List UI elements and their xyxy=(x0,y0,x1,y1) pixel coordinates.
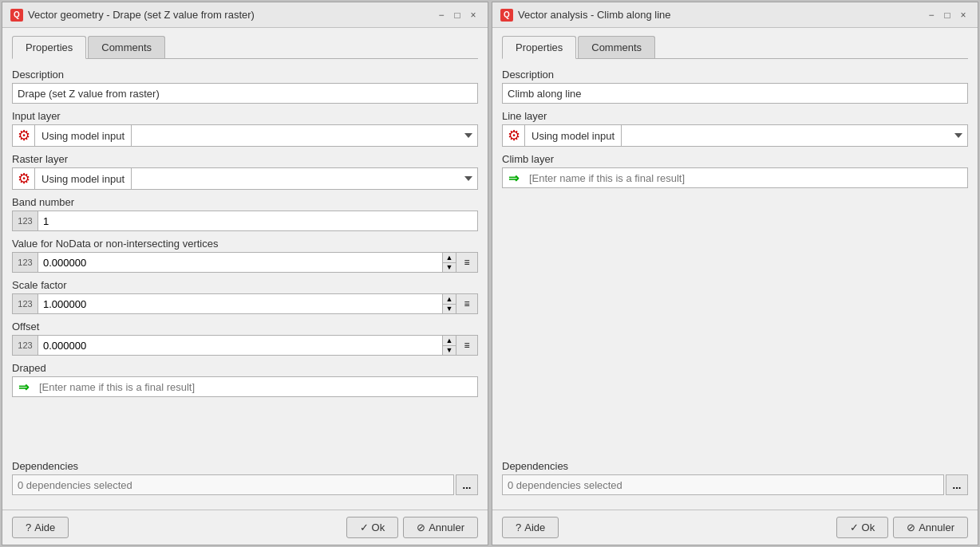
raster-layer-row-drape: ⚙ Using model input xyxy=(12,167,478,190)
nodata-spin-up-drape[interactable]: ▲ xyxy=(443,253,456,263)
line-layer-field-climb: Line layer ⚙ Using model input xyxy=(502,110,968,147)
check-icon-climb: ✓ xyxy=(850,521,859,533)
band-number-row-drape: 123 xyxy=(12,211,478,231)
band-number-label-drape: Band number xyxy=(12,196,478,208)
offset-stack-btn-drape[interactable]: ≡ xyxy=(456,335,478,356)
gear-icon-line-climb: ⚙ xyxy=(508,127,520,144)
nodata-prefix-drape: 123 xyxy=(12,252,38,273)
nodata-row-drape: 123 ▲ ▼ ≡ xyxy=(12,252,478,273)
tab-bar-climb: Properties Comments xyxy=(502,36,968,59)
dependencies-dots-btn-climb[interactable]: ... xyxy=(946,474,968,495)
model-label-input-drape: Using model input xyxy=(34,124,131,147)
tab-properties-drape[interactable]: Properties xyxy=(12,36,86,59)
input-layer-label-drape: Input layer xyxy=(12,110,478,122)
dependencies-label-climb: Dependencies xyxy=(502,460,968,472)
scale-factor-spin-up-drape[interactable]: ▲ xyxy=(443,294,456,305)
nodata-input-drape[interactable] xyxy=(38,252,442,273)
app-icon-drape: Q xyxy=(10,9,23,22)
nodata-field-drape: Value for NoData or non-intersecting ver… xyxy=(12,238,478,273)
tab-comments-climb[interactable]: Comments xyxy=(578,36,655,58)
footer-climb: ? Aide ✓ Ok ⊘ Annuler xyxy=(492,510,978,545)
offset-input-drape[interactable] xyxy=(38,335,442,356)
scale-factor-label-drape: Scale factor xyxy=(12,279,478,291)
dependencies-input-drape[interactable] xyxy=(12,474,454,495)
minimize-button-climb[interactable]: − xyxy=(925,9,938,22)
draped-output-input-drape[interactable] xyxy=(34,376,478,397)
dialog-climb: Q Vector analysis - Climb along line − □… xyxy=(492,2,978,545)
tab-comments-drape[interactable]: Comments xyxy=(88,36,165,58)
ok-button-climb[interactable]: ✓ Ok xyxy=(836,517,889,538)
dependencies-input-climb[interactable] xyxy=(502,474,944,495)
minimize-button-drape[interactable]: − xyxy=(435,9,448,22)
offset-spin-down-drape[interactable]: ▼ xyxy=(443,346,456,356)
band-number-field-drape: Band number 123 xyxy=(12,196,478,231)
model-icon-line-climb: ⚙ xyxy=(502,124,524,147)
gear-icon-raster-drape: ⚙ xyxy=(18,170,30,187)
model-icon-input-drape: ⚙ xyxy=(12,124,34,147)
dependencies-dots-btn-drape[interactable]: ... xyxy=(456,474,478,495)
tab-properties-climb[interactable]: Properties xyxy=(502,36,576,59)
scale-factor-spin-drape: ▲ ▼ xyxy=(442,293,456,314)
description-input-climb[interactable] xyxy=(502,83,968,104)
app-icon-climb: Q xyxy=(500,9,513,22)
band-number-input-drape[interactable] xyxy=(38,211,478,231)
description-label-drape: Description xyxy=(12,69,478,81)
maximize-button-climb[interactable]: □ xyxy=(941,9,954,22)
aide-button-drape[interactable]: ? Aide xyxy=(12,517,69,538)
dependencies-label-drape: Dependencies xyxy=(12,460,478,472)
maximize-button-drape[interactable]: □ xyxy=(451,9,464,22)
description-input-drape[interactable] xyxy=(12,83,478,104)
dialog-content-climb: Properties Comments Description Line lay… xyxy=(492,28,978,510)
input-layer-field-drape: Input layer ⚙ Using model input xyxy=(12,110,478,147)
raster-layer-field-drape: Raster layer ⚙ Using model input xyxy=(12,153,478,190)
offset-prefix-drape: 123 xyxy=(12,335,38,356)
climb-output-input-climb[interactable] xyxy=(524,167,968,188)
tab-bar-drape: Properties Comments xyxy=(12,36,478,59)
model-label-raster-drape: Using model input xyxy=(34,167,131,190)
dependencies-field-drape: Dependencies ... xyxy=(12,460,478,495)
help-icon-drape: ? xyxy=(26,521,31,533)
model-icon-raster-drape: ⚙ xyxy=(12,167,34,190)
dependencies-row-drape: ... xyxy=(12,474,478,495)
offset-spin-up-drape[interactable]: ▲ xyxy=(443,336,456,346)
climb-layer-row-climb: ⇒ xyxy=(502,167,968,188)
nodata-stack-btn-drape[interactable]: ≡ xyxy=(456,252,478,273)
line-layer-dropdown-climb[interactable] xyxy=(621,124,968,147)
scale-factor-input-drape[interactable] xyxy=(38,293,442,314)
raster-layer-dropdown-drape[interactable] xyxy=(131,167,478,190)
climb-arrow-icon-climb: ⇒ xyxy=(502,167,524,188)
description-label-climb: Description xyxy=(502,69,968,81)
model-label-line-climb: Using model input xyxy=(524,124,621,147)
footer-drape: ? Aide ✓ Ok ⊘ Annuler xyxy=(2,510,488,545)
title-bar-climb: Q Vector analysis - Climb along line − □… xyxy=(492,2,978,28)
annuler-button-climb[interactable]: ⊘ Annuler xyxy=(893,517,968,538)
scale-factor-spin-down-drape[interactable]: ▼ xyxy=(443,305,456,314)
offset-label-drape: Offset xyxy=(12,321,478,333)
cancel-icon-drape: ⊘ xyxy=(417,521,425,533)
draped-row-drape: ⇒ xyxy=(12,376,478,397)
band-number-prefix-drape: 123 xyxy=(12,211,38,231)
help-icon-climb: ? xyxy=(516,521,521,533)
nodata-spin-drape: ▲ ▼ xyxy=(442,252,456,273)
dependencies-field-climb: Dependencies ... xyxy=(502,460,968,495)
scale-factor-stack-btn-drape[interactable]: ≡ xyxy=(456,293,478,314)
nodata-spin-down-drape[interactable]: ▼ xyxy=(443,263,456,273)
raster-layer-label-drape: Raster layer xyxy=(12,153,478,165)
close-button-drape[interactable]: × xyxy=(467,9,480,22)
ok-button-drape[interactable]: ✓ Ok xyxy=(346,517,399,538)
annuler-button-drape[interactable]: ⊘ Annuler xyxy=(403,517,478,538)
draped-field-drape: Draped ⇒ xyxy=(12,362,478,397)
description-field-climb: Description xyxy=(502,69,968,104)
dialog-title-climb: Vector analysis - Climb along line xyxy=(518,9,670,21)
dialog-title-drape: Vector geometry - Drape (set Z value fro… xyxy=(28,9,255,21)
offset-spin-drape: ▲ ▼ xyxy=(442,335,456,356)
draped-arrow-icon-drape: ⇒ xyxy=(12,376,34,397)
dialog-content-drape: Properties Comments Description Input la… xyxy=(2,28,488,510)
aide-button-climb[interactable]: ? Aide xyxy=(502,517,559,538)
line-layer-label-climb: Line layer xyxy=(502,110,968,122)
close-button-climb[interactable]: × xyxy=(957,9,970,22)
input-layer-dropdown-drape[interactable] xyxy=(131,124,478,147)
gear-icon-input-drape: ⚙ xyxy=(18,127,30,144)
description-field-drape: Description xyxy=(12,69,478,104)
dialog-drape: Q Vector geometry - Drape (set Z value f… xyxy=(2,2,488,545)
